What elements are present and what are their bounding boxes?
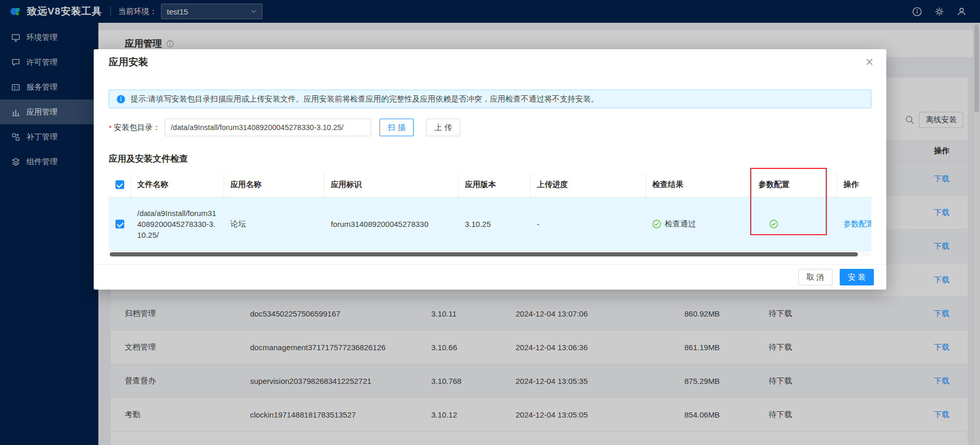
modal-header: 应用安装 (94, 49, 886, 68)
column-header-check-result: 检查结果 (646, 173, 752, 197)
check-table: 文件名称 应用名称 应用标识 应用版本 上传进度 检查结果 参数配置 操作 /d… (109, 173, 871, 256)
column-header-app-name: 应用名称 (224, 173, 325, 197)
install-button[interactable]: 安 装 (840, 269, 874, 285)
column-header-progress: 上传进度 (531, 173, 646, 197)
progress-cell: - (531, 197, 646, 251)
install-dir-input[interactable] (165, 119, 371, 136)
check-circle-icon (652, 220, 661, 228)
required-mark: * (109, 123, 112, 132)
scan-button[interactable]: 扫 描 (379, 119, 414, 136)
check-table-header: 文件名称 应用名称 应用标识 应用版本 上传进度 检查结果 参数配置 操作 (109, 173, 871, 197)
cancel-button[interactable]: 取 消 (798, 269, 832, 285)
upload-button[interactable]: 上 传 (426, 119, 460, 136)
install-dir-form: * 安装包目录： 扫 描 上 传 (109, 119, 871, 136)
param-config-link[interactable]: 参数配置 (843, 219, 871, 229)
version-cell: 3.10.25 (459, 197, 531, 251)
column-header-version: 应用版本 (459, 173, 531, 197)
select-all-checkbox[interactable] (115, 180, 124, 189)
action-cell: 参数配置 (837, 197, 871, 251)
table-scrollbar-thumb[interactable] (110, 252, 858, 256)
install-file-row: /data/a9Install/forum314089200045278330-… (109, 197, 871, 251)
modal-title: 应用安装 (109, 56, 148, 67)
file-name-cell: /data/a9Install/forum314089200045278330-… (131, 197, 224, 251)
param-check-circle-icon (769, 220, 778, 228)
info-filled-icon (116, 95, 125, 104)
column-header-app-id: 应用标识 (325, 173, 459, 197)
table-horizontal-scrollbar[interactable] (109, 252, 871, 256)
install-tip-alert: 提示:请填写安装包目录扫描应用或上传安装文件。应用安装前将检查应用的完整性及应用… (109, 90, 871, 108)
alert-text: 提示:请填写安装包目录扫描应用或上传安装文件。应用安装前将检查应用的完整性及应用… (130, 94, 598, 104)
row-checkbox[interactable] (115, 220, 124, 228)
column-header-param-config: 参数配置 (752, 173, 837, 197)
install-dir-label: 安装包目录： (114, 123, 160, 133)
check-section-title: 应用及安装文件检查 (109, 153, 871, 165)
check-result-text: 检查通过 (665, 219, 696, 229)
app-id-cell: forum314089200045278330 (325, 197, 459, 251)
check-result-cell: 检查通过 (646, 197, 752, 251)
modal-footer: 取 消 安 装 (94, 264, 886, 290)
close-icon[interactable] (865, 58, 874, 66)
app-name-cell: 论坛 (224, 197, 325, 251)
column-header-file-name: 文件名称 (131, 173, 224, 197)
app-install-modal: 应用安装 提示:请填写安装包目录扫描应用或上传安装文件。应用安装前将检查应用的完… (94, 49, 886, 290)
column-header-action: 操作 (837, 173, 871, 197)
param-config-cell (752, 197, 837, 251)
